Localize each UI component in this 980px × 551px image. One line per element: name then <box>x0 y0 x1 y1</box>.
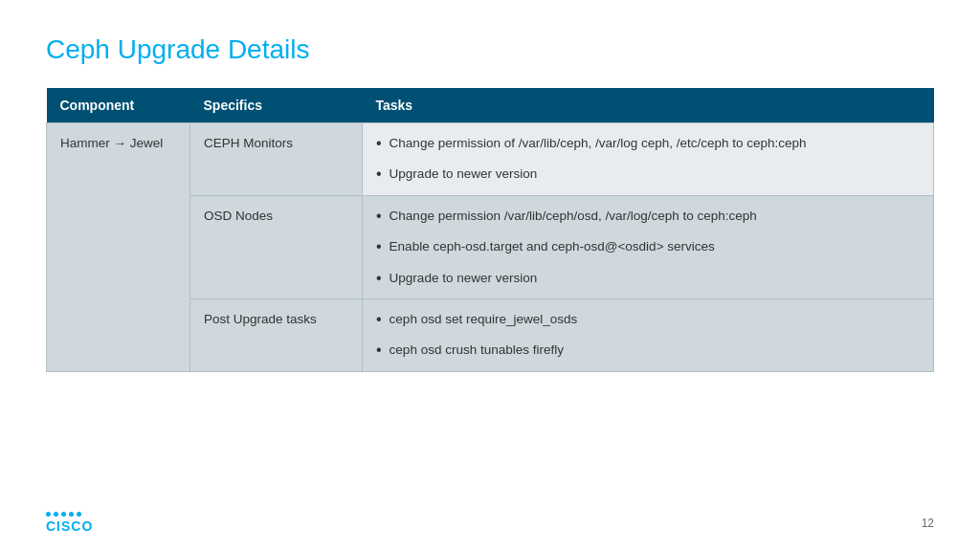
col-header-component: Component <box>47 88 190 123</box>
task-item: ceph osd crush tunables firefly <box>376 340 920 361</box>
task-item: Change permission /var/lib/ceph/osd, /va… <box>376 206 920 227</box>
specifics-cell-osd: OSD Nodes <box>190 195 363 298</box>
col-header-specifics: Specifics <box>190 88 363 123</box>
footer: CISCO 12 <box>46 512 934 534</box>
cisco-logo: CISCO <box>46 512 93 534</box>
slide-container: Ceph Upgrade Details Component Specifics… <box>0 0 980 551</box>
task-item: Upgrade to newer version <box>376 164 920 185</box>
tasks-cell-monitors: Change permission of /var/lib/ceph, /var… <box>363 123 934 196</box>
col-header-tasks: Tasks <box>363 88 934 123</box>
tasks-cell-post: ceph osd set require_jewel_osds ceph osd… <box>363 298 934 371</box>
cisco-dot-1 <box>46 512 51 517</box>
task-item: Change permission of /var/lib/ceph, /var… <box>376 133 920 154</box>
cisco-dot-4 <box>69 512 74 517</box>
content-table: Component Specifics Tasks Hammer → Jewel… <box>46 88 934 372</box>
task-item: Upgrade to newer version <box>376 268 920 289</box>
cisco-dot-2 <box>54 512 58 517</box>
task-item: Enable ceph-osd.target and ceph-osd@<osd… <box>376 236 920 257</box>
task-item: ceph osd set require_jewel_osds <box>376 309 920 330</box>
cisco-dot-5 <box>77 512 81 517</box>
page-number: 12 <box>922 517 934 530</box>
cisco-text: CISCO <box>46 518 93 534</box>
table-row: Hammer → Jewel CEPH Monitors Change perm… <box>47 123 934 196</box>
specifics-cell-post: Post Upgrade tasks <box>190 298 363 371</box>
tasks-cell-osd: Change permission /var/lib/ceph/osd, /va… <box>363 195 934 298</box>
specifics-cell-monitors: CEPH Monitors <box>190 123 363 196</box>
page-title: Ceph Upgrade Details <box>46 34 934 65</box>
cisco-dots <box>46 512 93 517</box>
component-cell: Hammer → Jewel <box>47 123 190 372</box>
cisco-dot-3 <box>61 512 66 517</box>
